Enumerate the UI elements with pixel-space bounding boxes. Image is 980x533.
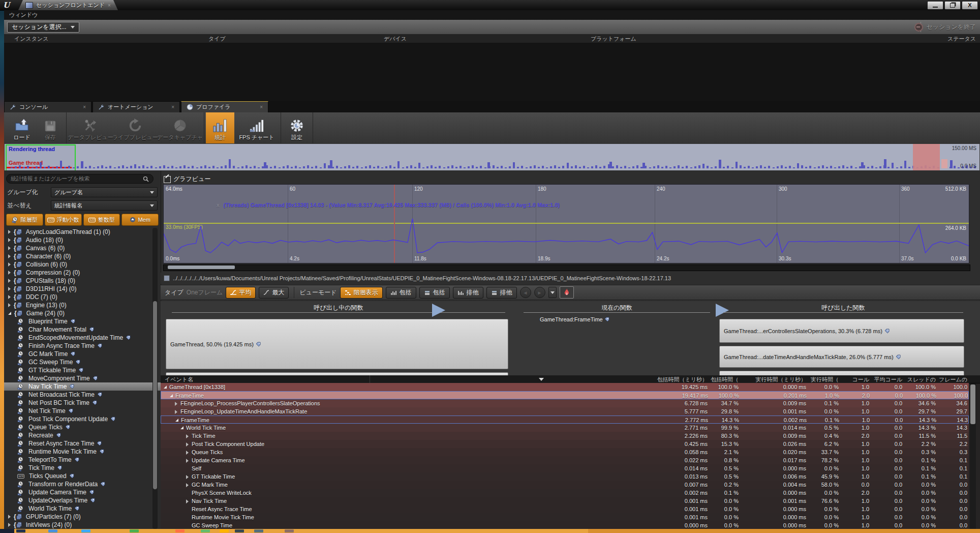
taskbar-item[interactable] bbox=[201, 529, 210, 532]
event-column-header[interactable]: コール bbox=[852, 376, 869, 383]
tree-stat-row[interactable]: Runtime Movie Tick Time bbox=[4, 448, 161, 456]
event-row[interactable]: Reset Async Trace Time0.001 ms0.0 %0.000… bbox=[161, 505, 969, 513]
event-column-header[interactable]: 実行時間（ bbox=[811, 376, 839, 383]
taskbar-item[interactable] bbox=[235, 529, 244, 532]
chevron-open-icon[interactable] bbox=[170, 394, 173, 397]
event-column-header[interactable]: 平均コール bbox=[874, 376, 902, 383]
event-row[interactable]: GC Sweep Time0.000 ms0.0 %0.000 ms0.0 %1… bbox=[161, 521, 969, 529]
event-row[interactable]: Update Camera Time0.022 ms0.8 %0.017 ms7… bbox=[161, 456, 969, 464]
chevron-closed-icon[interactable] bbox=[8, 254, 11, 258]
tree-group-row[interactable]: {Game (24) (0) bbox=[4, 309, 161, 317]
tree-stat-row[interactable]: Nav Tick Time bbox=[4, 382, 161, 391]
graph-view-checkbox[interactable] bbox=[164, 176, 171, 183]
windows-taskbar[interactable] bbox=[0, 529, 980, 533]
event-row[interactable]: Nav Tick Time0.001 ms0.0 %0.001 ms76.6 %… bbox=[161, 497, 969, 505]
chevron-closed-icon[interactable] bbox=[8, 230, 11, 234]
event-column-header[interactable]: スレッドの bbox=[907, 376, 936, 383]
thread-timeline[interactable]: Rendering thread Game thread 150.00 MS 0… bbox=[4, 143, 980, 171]
chevron-closed-icon[interactable] bbox=[8, 262, 11, 266]
sort-by-dropdown[interactable]: 統計情報名 bbox=[51, 200, 158, 211]
chevron-closed-icon[interactable] bbox=[186, 442, 189, 447]
data-preview-button[interactable]: データプレビュー bbox=[68, 112, 113, 143]
taskbar-item[interactable] bbox=[175, 529, 185, 532]
filter-float-button[interactable]: 123浮動小数 bbox=[45, 214, 82, 226]
tree-stat-row[interactable]: MoveComponent Time bbox=[4, 374, 161, 382]
event-row[interactable]: Runtime Movie Tick Time0.001 ms0.0 %0.00… bbox=[161, 513, 969, 521]
hierarchy-view-button[interactable]: 階層表示 bbox=[340, 287, 383, 299]
tree-stat-row[interactable]: GC Mark Time bbox=[4, 350, 161, 358]
session-list-empty[interactable] bbox=[4, 43, 980, 101]
tree-stat-row[interactable]: World Tick Time bbox=[4, 505, 161, 513]
tree-group-row[interactable]: {Character (6) (0) bbox=[4, 252, 161, 260]
event-column-header[interactable]: 包括時間（ミリ秒） bbox=[657, 376, 708, 383]
caller-node[interactable]: GameThread, 50.0% (19.425 ms) bbox=[166, 319, 508, 369]
tree-stat-row[interactable]: Finish Async Trace Time bbox=[4, 342, 161, 350]
tree-group-row[interactable]: {Compression (2) (0) bbox=[4, 269, 161, 277]
tab-profiler[interactable]: プロファイラ× bbox=[181, 101, 268, 112]
tree-stat-row[interactable]: Reset Async Trace Time bbox=[4, 439, 161, 448]
taskbar-item[interactable] bbox=[254, 529, 263, 532]
event-row[interactable]: Post Tick Component Update0.425 ms15.3 %… bbox=[161, 440, 969, 448]
close-button[interactable]: X bbox=[962, 1, 978, 10]
chevron-closed-icon[interactable] bbox=[8, 287, 11, 291]
history-back-button[interactable]: ◄ bbox=[520, 287, 531, 298]
tab-console[interactable]: コンソール× bbox=[4, 101, 91, 112]
tree-group-row[interactable]: {AsyncLoadGameThread (1) (0) bbox=[4, 228, 161, 236]
tree-scrollbar-thumb[interactable] bbox=[153, 301, 157, 489]
graph-hscrollbar-thumb[interactable] bbox=[168, 265, 235, 269]
chevron-closed-icon[interactable] bbox=[8, 515, 11, 519]
tree-group-row[interactable]: {D3D11RHI (14) (0) bbox=[4, 285, 161, 293]
fps-chart-button[interactable]: FPS チャート bbox=[234, 112, 279, 143]
callee-node[interactable]: GameThread:...dateTimeAndHandleMaxTickRa… bbox=[719, 346, 964, 368]
taskbar-item[interactable] bbox=[48, 529, 57, 532]
search-input[interactable]: 統計情報またはグループを検索 bbox=[6, 174, 154, 184]
tree-stat-row[interactable]: Net Post BC Tick Time bbox=[4, 399, 161, 407]
title-bar[interactable]: U セッションフロントエンド × X bbox=[0, 0, 980, 11]
filter-hierarchy-button[interactable]: 階層型 bbox=[6, 214, 43, 226]
taskbar-item[interactable] bbox=[81, 529, 90, 532]
tree-group-row[interactable]: {Collision (6) (0) bbox=[4, 260, 161, 269]
inclusive-coalesced-button[interactable]: 包括 bbox=[419, 287, 450, 299]
filter-memory-button[interactable]: Mem bbox=[121, 214, 159, 226]
tree-stat-row[interactable]: Net Broadcast Tick Time bbox=[4, 391, 161, 399]
chevron-open-icon[interactable] bbox=[164, 386, 167, 389]
tree-stat-row[interactable]: EndScopedMovementUpdate Time bbox=[4, 334, 161, 342]
tree-group-row[interactable]: {GPUParticles (7) (0) bbox=[4, 513, 161, 521]
taskbar-item[interactable] bbox=[16, 529, 25, 532]
chevron-open-icon[interactable] bbox=[180, 426, 183, 429]
exclusive-coalesced-button[interactable]: 排他 bbox=[486, 287, 517, 299]
chevron-closed-icon[interactable] bbox=[8, 303, 11, 307]
tree-group-row[interactable]: {InitViews (24) (0) bbox=[4, 521, 161, 529]
event-row[interactable]: GT Tickable Time0.013 ms0.5 %0.006 ms45.… bbox=[161, 472, 969, 481]
restore-button[interactable] bbox=[944, 1, 961, 10]
minimize-button[interactable] bbox=[927, 1, 943, 10]
chevron-open-icon[interactable] bbox=[8, 312, 11, 315]
event-row[interactable]: Queue Ticks0.058 ms2.1 %0.020 ms33.7 %1.… bbox=[161, 448, 969, 456]
stats-button[interactable]: 統計 bbox=[206, 112, 234, 143]
event-row[interactable]: GameThread [0x1338]19.425 ms100.0 %0.000… bbox=[161, 383, 969, 391]
event-row[interactable]: FrameTime2.772 ms14.3 %0.002 ms0.1 %1.00… bbox=[161, 416, 969, 424]
history-dropdown[interactable] bbox=[548, 287, 557, 298]
one-frame-option[interactable]: Oneフレーム bbox=[187, 288, 223, 297]
chevron-closed-icon[interactable] bbox=[186, 483, 189, 487]
taskbar-item[interactable] bbox=[130, 529, 139, 532]
tree-stat-row[interactable]: GC Sweep Time bbox=[4, 358, 161, 366]
window-tab[interactable]: セッションフロントエンド × bbox=[18, 0, 118, 10]
tree-stat-row[interactable]: Queue Ticks bbox=[4, 423, 161, 431]
tree-stat-row[interactable]: UpdateOverlaps Time bbox=[4, 496, 161, 505]
event-row[interactable]: FrameTime19.417 ms100.0 %0.201 ms1.0 %2.… bbox=[161, 391, 969, 399]
session-column-header[interactable]: デバイス bbox=[384, 35, 407, 43]
tree-stat-row[interactable]: Char Movement Total bbox=[4, 325, 161, 334]
hot-path-button[interactable] bbox=[560, 286, 574, 299]
event-column-header[interactable]: フレームの bbox=[939, 376, 967, 383]
tree-stat-row[interactable]: Tick Time bbox=[4, 464, 161, 472]
event-row[interactable]: FEngineLoop_ProcessPlayerControllersSlat… bbox=[161, 399, 969, 407]
tree-stat-row[interactable]: GT Tickable Time bbox=[4, 366, 161, 374]
tree-stat-row[interactable]: Update Camera Time bbox=[4, 488, 161, 496]
maximum-button[interactable]: 最大 bbox=[259, 287, 289, 299]
chevron-closed-icon[interactable] bbox=[186, 451, 189, 455]
tree-stat-row[interactable]: Blueprint Time bbox=[4, 317, 161, 325]
terminate-session-button[interactable]: セッションを終了 bbox=[914, 22, 976, 32]
event-row[interactable]: PhysX Scene WriteLock0.002 ms0.1 %0.000 … bbox=[161, 489, 969, 497]
tree-group-row[interactable]: {Canvas (6) (0) bbox=[4, 244, 161, 252]
